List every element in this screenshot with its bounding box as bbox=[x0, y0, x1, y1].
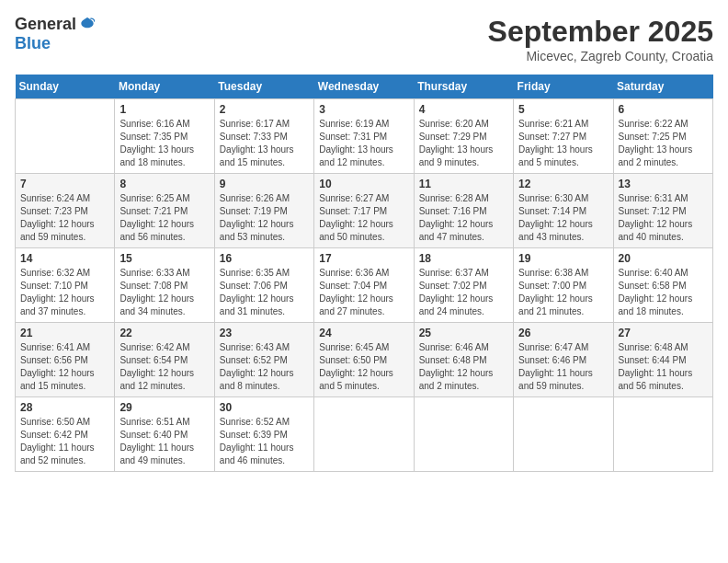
day-detail: Sunrise: 6:30 AM Sunset: 7:14 PM Dayligh… bbox=[518, 192, 608, 244]
day-number: 27 bbox=[619, 327, 708, 339]
calendar-cell: 26Sunrise: 6:47 AM Sunset: 6:46 PM Dayli… bbox=[514, 323, 613, 397]
calendar-cell: 2Sunrise: 6:17 AM Sunset: 7:33 PM Daylig… bbox=[214, 99, 313, 174]
day-number: 7 bbox=[20, 178, 109, 190]
calendar-cell: 27Sunrise: 6:48 AM Sunset: 6:44 PM Dayli… bbox=[613, 323, 712, 397]
day-detail: Sunrise: 6:19 AM Sunset: 7:31 PM Dayligh… bbox=[319, 118, 408, 169]
weekday-header-friday: Friday bbox=[514, 75, 613, 99]
day-detail: Sunrise: 6:26 AM Sunset: 7:19 PM Dayligh… bbox=[220, 192, 309, 244]
day-number: 24 bbox=[319, 327, 408, 339]
calendar-cell: 29Sunrise: 6:51 AM Sunset: 6:40 PM Dayli… bbox=[115, 397, 214, 472]
calendar-cell: 9Sunrise: 6:26 AM Sunset: 7:19 PM Daylig… bbox=[214, 174, 313, 248]
day-number: 5 bbox=[518, 103, 608, 116]
day-detail: Sunrise: 6:17 AM Sunset: 7:33 PM Dayligh… bbox=[220, 118, 309, 169]
day-detail: Sunrise: 6:27 AM Sunset: 7:17 PM Dayligh… bbox=[319, 192, 408, 244]
day-detail: Sunrise: 6:46 AM Sunset: 6:48 PM Dayligh… bbox=[419, 341, 508, 393]
day-detail: Sunrise: 6:42 AM Sunset: 6:54 PM Dayligh… bbox=[119, 341, 209, 393]
day-number: 6 bbox=[619, 103, 708, 116]
day-number: 28 bbox=[20, 401, 109, 414]
calendar-cell: 21Sunrise: 6:41 AM Sunset: 6:56 PM Dayli… bbox=[16, 323, 115, 397]
day-detail: Sunrise: 6:31 AM Sunset: 7:12 PM Dayligh… bbox=[619, 192, 708, 244]
calendar-cell: 7Sunrise: 6:24 AM Sunset: 7:23 PM Daylig… bbox=[16, 174, 115, 248]
day-number: 11 bbox=[419, 178, 508, 190]
day-number: 25 bbox=[419, 327, 508, 339]
calendar-cell: 10Sunrise: 6:27 AM Sunset: 7:17 PM Dayli… bbox=[314, 174, 414, 248]
day-number: 8 bbox=[119, 178, 209, 190]
day-number: 21 bbox=[20, 327, 109, 339]
calendar-cell: 30Sunrise: 6:52 AM Sunset: 6:39 PM Dayli… bbox=[214, 397, 313, 472]
calendar-week-row: 21Sunrise: 6:41 AM Sunset: 6:56 PM Dayli… bbox=[16, 323, 713, 397]
title-section: September 2025 Micevec, Zagreb County, C… bbox=[488, 15, 713, 63]
day-number: 14 bbox=[20, 252, 109, 265]
day-detail: Sunrise: 6:16 AM Sunset: 7:35 PM Dayligh… bbox=[119, 118, 209, 169]
day-number: 26 bbox=[518, 327, 608, 339]
day-number: 18 bbox=[419, 252, 508, 265]
calendar-cell: 16Sunrise: 6:35 AM Sunset: 7:06 PM Dayli… bbox=[214, 248, 313, 323]
day-number: 3 bbox=[319, 103, 408, 116]
day-detail: Sunrise: 6:37 AM Sunset: 7:02 PM Dayligh… bbox=[419, 267, 508, 318]
day-detail: Sunrise: 6:43 AM Sunset: 6:52 PM Dayligh… bbox=[220, 341, 309, 393]
day-detail: Sunrise: 6:22 AM Sunset: 7:25 PM Dayligh… bbox=[619, 118, 708, 169]
day-number: 20 bbox=[619, 252, 708, 265]
logo: General Blue bbox=[15, 15, 97, 53]
day-number: 9 bbox=[220, 178, 309, 190]
calendar-week-row: 1Sunrise: 6:16 AM Sunset: 7:35 PM Daylig… bbox=[16, 99, 713, 174]
day-detail: Sunrise: 6:35 AM Sunset: 7:06 PM Dayligh… bbox=[220, 267, 309, 318]
day-number: 29 bbox=[119, 401, 209, 414]
day-detail: Sunrise: 6:28 AM Sunset: 7:16 PM Dayligh… bbox=[419, 192, 508, 244]
calendar-cell: 23Sunrise: 6:43 AM Sunset: 6:52 PM Dayli… bbox=[214, 323, 313, 397]
day-detail: Sunrise: 6:25 AM Sunset: 7:21 PM Dayligh… bbox=[119, 192, 209, 244]
day-number: 4 bbox=[419, 103, 508, 116]
day-number: 1 bbox=[119, 103, 209, 116]
day-detail: Sunrise: 6:51 AM Sunset: 6:40 PM Dayligh… bbox=[119, 416, 209, 467]
calendar-cell: 24Sunrise: 6:45 AM Sunset: 6:50 PM Dayli… bbox=[314, 323, 414, 397]
weekday-header-thursday: Thursday bbox=[414, 75, 513, 99]
day-number: 22 bbox=[119, 327, 209, 339]
day-detail: Sunrise: 6:24 AM Sunset: 7:23 PM Dayligh… bbox=[20, 192, 109, 244]
weekday-header-row: SundayMondayTuesdayWednesdayThursdayFrid… bbox=[16, 75, 713, 99]
calendar-cell: 25Sunrise: 6:46 AM Sunset: 6:48 PM Dayli… bbox=[414, 323, 513, 397]
day-detail: Sunrise: 6:52 AM Sunset: 6:39 PM Dayligh… bbox=[220, 416, 309, 467]
calendar-cell: 18Sunrise: 6:37 AM Sunset: 7:02 PM Dayli… bbox=[414, 248, 513, 323]
day-number: 16 bbox=[220, 252, 309, 265]
calendar-cell bbox=[514, 397, 613, 472]
logo-blue-text: Blue bbox=[15, 34, 51, 53]
calendar-cell bbox=[414, 397, 513, 472]
day-detail: Sunrise: 6:21 AM Sunset: 7:27 PM Dayligh… bbox=[518, 118, 608, 169]
day-number: 2 bbox=[220, 103, 309, 116]
day-detail: Sunrise: 6:36 AM Sunset: 7:04 PM Dayligh… bbox=[319, 267, 408, 318]
logo-bird-icon bbox=[78, 16, 97, 34]
day-number: 17 bbox=[319, 252, 408, 265]
calendar-cell: 28Sunrise: 6:50 AM Sunset: 6:42 PM Dayli… bbox=[16, 397, 115, 472]
weekday-header-monday: Monday bbox=[115, 75, 214, 99]
day-number: 30 bbox=[220, 401, 309, 414]
calendar-cell: 13Sunrise: 6:31 AM Sunset: 7:12 PM Dayli… bbox=[613, 174, 712, 248]
month-title: September 2025 bbox=[488, 15, 713, 49]
weekday-header-sunday: Sunday bbox=[16, 75, 115, 99]
day-number: 13 bbox=[619, 178, 708, 190]
day-detail: Sunrise: 6:40 AM Sunset: 6:58 PM Dayligh… bbox=[619, 267, 708, 318]
calendar-cell: 17Sunrise: 6:36 AM Sunset: 7:04 PM Dayli… bbox=[314, 248, 414, 323]
calendar-cell bbox=[613, 397, 712, 472]
calendar-cell: 6Sunrise: 6:22 AM Sunset: 7:25 PM Daylig… bbox=[613, 99, 712, 174]
day-detail: Sunrise: 6:20 AM Sunset: 7:29 PM Dayligh… bbox=[419, 118, 508, 169]
calendar-table: SundayMondayTuesdayWednesdayThursdayFrid… bbox=[15, 75, 713, 472]
day-detail: Sunrise: 6:33 AM Sunset: 7:08 PM Dayligh… bbox=[119, 267, 209, 318]
day-number: 15 bbox=[119, 252, 209, 265]
weekday-header-tuesday: Tuesday bbox=[214, 75, 313, 99]
calendar-cell: 19Sunrise: 6:38 AM Sunset: 7:00 PM Dayli… bbox=[514, 248, 613, 323]
day-detail: Sunrise: 6:32 AM Sunset: 7:10 PM Dayligh… bbox=[20, 267, 109, 318]
calendar-cell: 1Sunrise: 6:16 AM Sunset: 7:35 PM Daylig… bbox=[115, 99, 214, 174]
day-detail: Sunrise: 6:47 AM Sunset: 6:46 PM Dayligh… bbox=[518, 341, 608, 393]
day-detail: Sunrise: 6:38 AM Sunset: 7:00 PM Dayligh… bbox=[518, 267, 608, 318]
logo-general-text: General bbox=[15, 15, 76, 34]
day-number: 10 bbox=[319, 178, 408, 190]
day-detail: Sunrise: 6:41 AM Sunset: 6:56 PM Dayligh… bbox=[20, 341, 109, 393]
calendar-week-row: 7Sunrise: 6:24 AM Sunset: 7:23 PM Daylig… bbox=[16, 174, 713, 248]
day-number: 23 bbox=[220, 327, 309, 339]
weekday-header-saturday: Saturday bbox=[613, 75, 712, 99]
calendar-cell: 22Sunrise: 6:42 AM Sunset: 6:54 PM Dayli… bbox=[115, 323, 214, 397]
day-detail: Sunrise: 6:45 AM Sunset: 6:50 PM Dayligh… bbox=[319, 341, 408, 393]
calendar-cell: 3Sunrise: 6:19 AM Sunset: 7:31 PM Daylig… bbox=[314, 99, 414, 174]
calendar-cell bbox=[16, 99, 115, 174]
day-detail: Sunrise: 6:48 AM Sunset: 6:44 PM Dayligh… bbox=[619, 341, 708, 393]
